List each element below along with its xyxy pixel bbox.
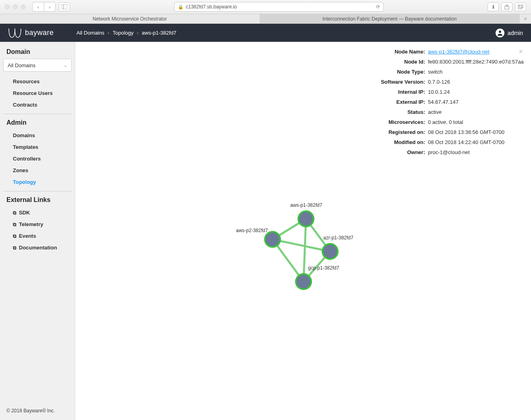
reload-icon[interactable]: ⟳ [376, 4, 380, 10]
topology-node-gcp-p1[interactable]: gcp-p1-382fd7 [295, 273, 312, 290]
ext-link-telemetry[interactable]: ⧉Telemetry [0, 218, 75, 230]
details-row: Node Id:fe80:8300:2001:ffff:28e2:7490:e0… [355, 57, 525, 67]
logo[interactable]: bayware [8, 28, 76, 38]
browser-tabs: Network Microservice Orchestrator Interc… [0, 14, 531, 24]
sidebar-item-controllers[interactable]: Controllers [0, 153, 75, 165]
details-label: Status: [355, 109, 428, 115]
back-button[interactable]: ‹ [33, 2, 44, 11]
chevron-right-icon: › [107, 30, 109, 36]
svg-rect-0 [62, 4, 67, 9]
tabs-button[interactable] [515, 2, 526, 11]
details-value: 0.7.0-126 [428, 79, 450, 85]
divider [3, 191, 72, 191]
tab-label: Interconnection Fabric Deployment — Bayw… [322, 16, 457, 22]
chevron-down-icon: ⌄ [64, 63, 67, 68]
details-row: Owner:proc-1@cloud-net [355, 147, 525, 157]
svg-point-6 [499, 31, 501, 33]
external-link-icon: ⧉ [13, 245, 17, 251]
maximize-window[interactable] [21, 4, 26, 9]
details-label: Owner: [355, 149, 428, 155]
divider [3, 114, 72, 114]
details-value: 0 active, 0 total [428, 119, 463, 125]
details-label: Microservices: [355, 119, 428, 125]
details-row: Node Name:aws-p1-382fd7@cloud-net [355, 47, 525, 57]
lock-icon: 🔒 [178, 4, 184, 10]
details-value[interactable]: aws-p1-382fd7@cloud-net [428, 49, 490, 55]
sidebar-item-resources[interactable]: Resources [0, 76, 75, 87]
svg-rect-5 [519, 4, 523, 8]
section-admin: Admin [0, 117, 75, 130]
section-domain: Domain [0, 47, 75, 59]
forward-button[interactable]: › [44, 2, 55, 11]
main-content: aws-p1-382fd7 azr-p1-382fd7 aws-p2-382fd… [75, 42, 531, 420]
topology-node-aws-p1[interactable]: aws-p1-382fd7 [298, 210, 314, 227]
svg-line-11 [304, 219, 306, 282]
sidebar-item-resource-users[interactable]: Resource Users [0, 87, 75, 99]
tab-label: Network Microservice Orchestrator [93, 16, 167, 22]
details-row: External IP:54.67.47.147 [355, 97, 525, 107]
logo-text: bayware [25, 29, 54, 37]
external-link-icon: ⧉ [13, 233, 17, 239]
sidebar-item-domains[interactable]: Domains [0, 130, 75, 141]
sidebar-item-zones[interactable]: Zones [0, 165, 75, 176]
sidebar-item-templates[interactable]: Templates [0, 141, 75, 153]
details-value: proc-1@cloud-net [428, 149, 470, 155]
details-label: Modified on: [355, 139, 428, 145]
details-label: Node Type: [355, 69, 428, 75]
topology-node-azr-p1[interactable]: azr-p1-382fd7 [322, 243, 339, 260]
details-value: 10.0.1.24 [428, 89, 450, 95]
domain-select-value: All Domains [8, 62, 35, 68]
app-header: bayware All Domains › Topology › aws-p1-… [0, 24, 531, 42]
details-label: Registered on: [355, 129, 428, 135]
breadcrumb: All Domains › Topology › aws-p1-382fd7 [76, 30, 176, 36]
new-tab-button[interactable]: + [520, 14, 531, 23]
details-label: External IP: [355, 99, 428, 105]
details-row: Microservices:0 active, 0 total [355, 117, 525, 127]
topology-graph[interactable]: aws-p1-382fd7 azr-p1-382fd7 aws-p2-382fd… [236, 179, 397, 299]
topology-node-aws-p2[interactable]: aws-p2-382fd7 [264, 231, 281, 248]
sidebar-item-topology[interactable]: Topology [0, 176, 75, 188]
details-label: Software Version: [355, 79, 428, 85]
browser-tab-1[interactable]: Interconnection Fabric Deployment — Bayw… [260, 14, 520, 23]
ext-link-events[interactable]: ⧉Events [0, 230, 75, 242]
details-value: switch [428, 69, 442, 75]
details-label: Node Name: [355, 49, 428, 55]
details-label: Node Id: [355, 59, 428, 65]
footer-text: © 2018 Bayware® Inc. [6, 408, 55, 414]
toolbar-buttons: ⬇ [488, 2, 526, 11]
sidebar-item-contracts[interactable]: Contracts [0, 99, 75, 111]
details-row: Internal IP:10.0.1.24 [355, 87, 525, 97]
nav-buttons: ‹ › [32, 2, 56, 12]
logo-icon [8, 28, 22, 38]
address-bar[interactable]: 🔒 c1382fd7.sb.bayware.io ⟳ [174, 2, 384, 12]
share-button[interactable] [501, 2, 512, 11]
downloads-button[interactable]: ⬇ [488, 2, 499, 11]
ext-link-sdk[interactable]: ⧉SDK [0, 207, 75, 218]
user-menu[interactable]: admin [496, 29, 523, 37]
details-row: Registered on:08 Oct 2018 13:38:56 GMT-0… [355, 127, 525, 137]
node-details-panel: × Node Name:aws-p1-382fd7@cloud-netNode … [355, 47, 525, 157]
details-value: 08 Oct 2018 13:38:56 GMT-0700 [428, 129, 504, 135]
svg-rect-4 [518, 6, 522, 9]
browser-tab-0[interactable]: Network Microservice Orchestrator [0, 14, 260, 23]
details-value: fe80:8300:2001:ffff:28e2:7490:e07d:57aa [428, 59, 524, 65]
ext-link-documentation[interactable]: ⧉Documentation [0, 242, 75, 253]
close-window[interactable] [5, 4, 10, 9]
close-icon[interactable]: × [519, 47, 523, 56]
chevron-right-icon: › [137, 30, 138, 36]
details-value: active [428, 109, 442, 115]
breadcrumb-item-2[interactable]: aws-p1-382fd7 [142, 30, 176, 36]
window-controls [5, 4, 26, 9]
breadcrumb-item-0[interactable]: All Domains [76, 30, 104, 36]
details-value: 54.67.47.147 [428, 99, 459, 105]
details-row: Modified on:08 Oct 2018 14:22:40 GMT-070… [355, 137, 525, 147]
details-row: Status:active [355, 107, 525, 117]
sidebar: Domain All Domains ⌄ Resources Resource … [0, 42, 75, 420]
details-value: 08 Oct 2018 14:22:40 GMT-0700 [428, 139, 504, 145]
sidebar-toggle-button[interactable] [59, 2, 70, 11]
domain-select[interactable]: All Domains ⌄ [3, 59, 72, 72]
details-row: Node Type:switch [355, 67, 525, 77]
breadcrumb-item-1[interactable]: Topology [113, 30, 134, 36]
username: admin [508, 30, 523, 36]
minimize-window[interactable] [13, 4, 18, 9]
